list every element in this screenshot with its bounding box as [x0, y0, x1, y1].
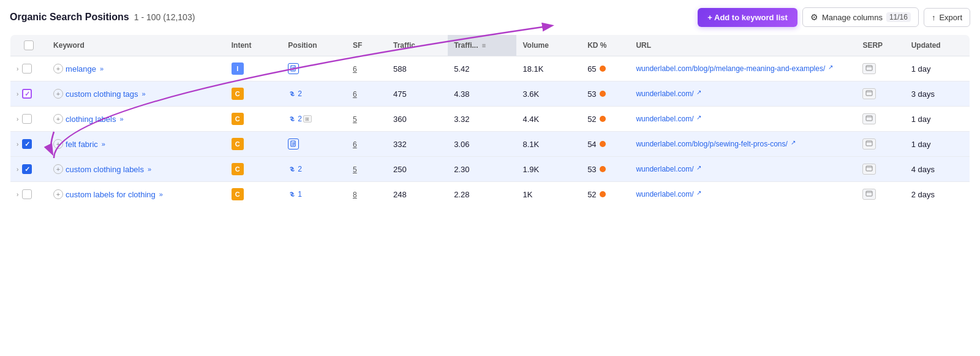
external-link-icon[interactable]: ↗	[696, 114, 701, 121]
expand-keyword-icon[interactable]: »	[142, 90, 146, 97]
url-cell: wunderlabel.com/blog/p/sewing-felt-pros-…	[630, 132, 856, 157]
page-container: Organic Search Positions 1 - 100 (12,103…	[0, 0, 980, 214]
position-cell: 2 ⊞	[282, 107, 347, 132]
position-link-icon: 2	[288, 89, 302, 98]
expand-arrow[interactable]: ›	[17, 141, 18, 148]
keyword-link[interactable]: custom clothing tags	[66, 89, 138, 99]
expand-arrow[interactable]: ›	[17, 116, 18, 123]
expand-arrow[interactable]: ›	[17, 91, 18, 97]
position-cell	[282, 132, 347, 157]
sf-cell: 8	[347, 182, 387, 207]
svg-rect-19	[866, 166, 872, 171]
row-checkbox[interactable]	[22, 164, 32, 174]
add-keyword-icon[interactable]: +	[53, 114, 63, 124]
expand-arrow[interactable]: ›	[17, 166, 18, 173]
sf-cell: 6	[347, 81, 387, 107]
add-keyword-icon[interactable]: +	[53, 189, 63, 199]
serp-preview-button[interactable]	[862, 63, 876, 74]
serp-preview-button[interactable]	[862, 189, 876, 200]
external-link-icon[interactable]: ↗	[791, 139, 796, 146]
expand-keyword-icon[interactable]: »	[102, 140, 105, 148]
updated-cell: 1 day	[905, 107, 970, 132]
kd-cell: 52	[581, 182, 630, 207]
add-keyword-icon[interactable]: +	[53, 89, 63, 99]
serp-cell	[856, 81, 905, 107]
add-keyword-icon[interactable]: +	[53, 139, 63, 149]
external-link-icon[interactable]: ↗	[696, 189, 701, 196]
intent-badge: C	[232, 163, 244, 175]
url-link[interactable]: wunderlabel.com/blog/p/melange-meaning-a…	[636, 64, 825, 74]
export-icon: ↑	[932, 13, 936, 22]
keyword-link[interactable]: felt fabric	[66, 140, 98, 149]
add-keyword-button[interactable]: + Add to keyword list	[698, 8, 797, 27]
expand-keyword-icon[interactable]: »	[148, 165, 151, 173]
export-button[interactable]: ↑ Export	[924, 8, 970, 27]
intent-cell: C	[225, 132, 282, 157]
external-link-icon[interactable]: ↗	[696, 89, 701, 96]
position-link-icon: 2	[288, 165, 302, 173]
table-row: › + clothing labels » C 2 ⊞	[10, 107, 970, 132]
serp-cell	[856, 107, 905, 132]
traffic2-cell: 5.42	[448, 56, 516, 81]
expand-keyword-icon[interactable]: »	[119, 115, 123, 123]
expand-arrow[interactable]: ›	[17, 191, 18, 198]
keyword-link[interactable]: custom labels for clothing	[66, 190, 156, 199]
expand-keyword-icon[interactable]: »	[100, 65, 104, 72]
updated-cell: 2 days	[905, 182, 970, 207]
row-checkbox-cell: ›	[10, 157, 48, 182]
keyword-link[interactable]: clothing labels	[66, 115, 116, 124]
intent-badge: C	[232, 113, 244, 125]
header-keyword: Keyword	[47, 35, 225, 56]
row-checkbox[interactable]	[22, 139, 32, 149]
expand-keyword-icon[interactable]: »	[159, 191, 163, 198]
intent-cell: C	[225, 157, 282, 182]
intent-badge: C	[232, 188, 244, 200]
kd-cell: 54	[581, 132, 630, 157]
keyword-link[interactable]: melange	[66, 64, 96, 74]
row-checkbox[interactable]	[22, 114, 32, 124]
table-body: › + melange » I 6 5	[10, 56, 970, 207]
url-link[interactable]: wunderlabel.com/	[636, 164, 693, 175]
external-link-icon[interactable]: ↗	[828, 64, 833, 70]
intent-cell: I	[225, 56, 282, 81]
position-cell	[282, 56, 347, 81]
serp-preview-button[interactable]	[862, 113, 876, 124]
position-link-img-icon: 2 ⊞	[288, 115, 312, 123]
keyword-cell: + custom clothing labels »	[47, 157, 225, 182]
serp-preview-button[interactable]	[862, 164, 876, 175]
serp-preview-button[interactable]	[862, 138, 876, 150]
sort-icon[interactable]: ≡	[482, 42, 486, 49]
add-keyword-icon[interactable]: +	[53, 164, 63, 174]
kd-cell: 53	[581, 157, 630, 182]
svg-rect-22	[866, 191, 872, 196]
url-cell: wunderlabel.com/ ↗	[630, 81, 856, 107]
url-link[interactable]: wunderlabel.com/	[636, 114, 693, 124]
traffic2-cell: 2.28	[448, 182, 516, 207]
url-link[interactable]: wunderlabel.com/	[636, 89, 693, 99]
row-checkbox[interactable]	[22, 64, 32, 74]
add-keyword-icon[interactable]: +	[53, 64, 63, 74]
keyword-cell: + melange »	[47, 56, 225, 81]
select-all-checkbox[interactable]	[24, 40, 34, 50]
traffic-cell: 475	[387, 81, 448, 107]
keyword-link[interactable]: custom clothing labels	[66, 165, 144, 174]
intent-badge: C	[232, 88, 244, 100]
page-title: Organic Search Positions	[10, 12, 129, 23]
row-checkbox[interactable]	[22, 189, 32, 199]
page-header: Organic Search Positions 1 - 100 (12,103…	[10, 7, 970, 27]
data-table: Keyword Intent Position SF Traffic Traff…	[10, 34, 970, 207]
url-link[interactable]: wunderlabel.com/blog/p/sewing-felt-pros-…	[636, 139, 787, 150]
row-checkbox[interactable]	[22, 89, 32, 99]
kd-cell: 65	[581, 56, 630, 81]
url-cell: wunderlabel.com/blog/p/melange-meaning-a…	[630, 56, 856, 81]
expand-arrow[interactable]: ›	[17, 66, 18, 72]
serp-preview-button[interactable]	[862, 88, 876, 99]
kd-dot	[600, 66, 606, 72]
updated-cell: 4 days	[905, 157, 970, 182]
intent-cell: C	[225, 182, 282, 207]
manage-columns-button[interactable]: ⚙ Manage columns 11/16	[802, 7, 919, 27]
url-link[interactable]: wunderlabel.com/	[636, 189, 693, 200]
traffic-cell: 248	[387, 182, 448, 207]
volume-cell: 1.9K	[516, 157, 581, 182]
external-link-icon[interactable]: ↗	[696, 164, 701, 171]
